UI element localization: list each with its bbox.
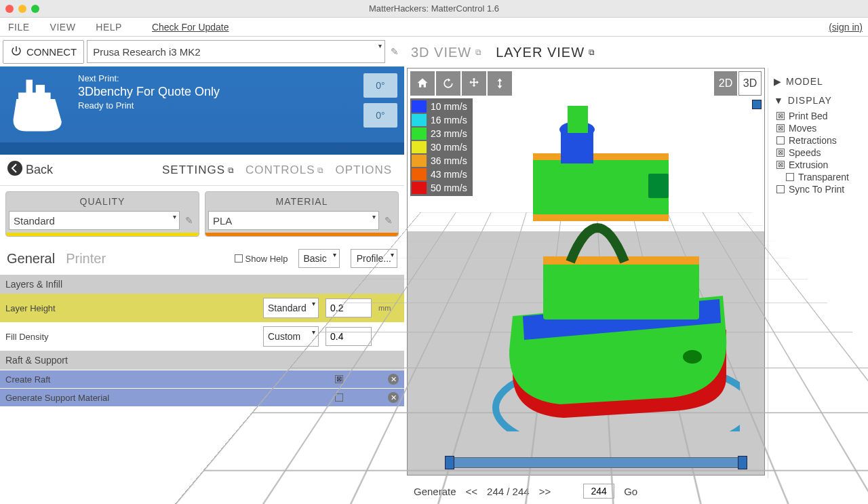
sign-in-link[interactable]: (sign in) bbox=[829, 22, 863, 33]
extruder-temp[interactable]: 0° bbox=[363, 73, 397, 98]
edit-printer-icon[interactable]: ✎ bbox=[388, 46, 401, 57]
legend-label: 16 mm/s bbox=[431, 115, 467, 125]
tab-options[interactable]: OPTIONS bbox=[335, 163, 392, 177]
pan-view-icon[interactable] bbox=[462, 71, 486, 96]
legend-row: 10 mm/s bbox=[412, 100, 471, 113]
next-print-label: Next Print: bbox=[78, 73, 357, 83]
tab-layer-view[interactable]: LAYER VIEW⧉ bbox=[496, 45, 595, 60]
legend-swatch bbox=[412, 114, 427, 126]
legend-label: 36 mm/s bbox=[431, 155, 467, 166]
legend-swatch bbox=[412, 100, 427, 113]
checkbox-icon[interactable] bbox=[786, 173, 794, 181]
menu-help[interactable]: HELP bbox=[93, 22, 125, 33]
fill-density-label: Fill Density bbox=[5, 332, 256, 342]
checkbox-icon[interactable] bbox=[776, 185, 785, 193]
edit-quality-icon[interactable]: ✎ bbox=[182, 215, 196, 226]
check-for-update-link[interactable]: Check For Update bbox=[152, 22, 229, 33]
printer-selected: Prusa Research i3 MK2 bbox=[93, 46, 200, 58]
legend-row: 23 mm/s bbox=[412, 127, 471, 140]
legend-row: 50 mm/s bbox=[412, 181, 471, 195]
close-window-icon[interactable] bbox=[5, 5, 14, 13]
legend-label: 43 mm/s bbox=[431, 169, 467, 180]
tab-settings[interactable]: SETTINGS⧉ bbox=[162, 163, 235, 177]
legend-row: 16 mm/s bbox=[412, 113, 471, 127]
tab-3d-view[interactable]: 3D VIEW⧉ bbox=[411, 45, 482, 60]
checkbox-icon[interactable] bbox=[776, 136, 785, 144]
popout-icon: ⧉ bbox=[228, 166, 235, 175]
legend-row: 43 mm/s bbox=[412, 168, 471, 181]
display-option-label: Retractions bbox=[789, 135, 837, 146]
chevron-down-icon: ▾ bbox=[378, 42, 382, 50]
back-arrow-icon bbox=[7, 160, 23, 180]
display-option-label: Print Bed bbox=[789, 111, 828, 121]
connect-button[interactable]: CONNECT bbox=[3, 40, 84, 64]
mode-2d-button[interactable]: 2D bbox=[714, 71, 737, 96]
legend-swatch bbox=[412, 128, 427, 140]
menubar: FILE VIEW HELP Check For Update (sign in… bbox=[0, 18, 868, 37]
panel-model-header[interactable]: ▶MODEL bbox=[771, 72, 865, 91]
layer-range-slider[interactable] bbox=[448, 457, 744, 468]
svg-rect-0 bbox=[26, 80, 33, 94]
legend-swatch bbox=[412, 182, 427, 194]
legend-label: 50 mm/s bbox=[431, 182, 467, 193]
layer-vertical-slider[interactable] bbox=[753, 100, 760, 454]
checkbox-icon[interactable]: ⊠ bbox=[776, 161, 785, 169]
bed-temp[interactable]: 0° bbox=[363, 103, 397, 128]
subtab-general[interactable]: General bbox=[7, 251, 55, 267]
print-title: 3Dbenchy For Quote Only bbox=[78, 85, 357, 99]
layer-height-label: Layer Height bbox=[5, 303, 256, 313]
edit-material-icon[interactable]: ✎ bbox=[382, 215, 395, 226]
right-pane: 3D VIEW⧉ LAYER VIEW⧉ bbox=[404, 37, 868, 504]
checkbox-icon[interactable]: ⊠ bbox=[776, 149, 785, 157]
material-box: MATERIAL PLA▾ ✎ bbox=[205, 191, 399, 237]
mode-3d-button[interactable]: 3D bbox=[738, 71, 762, 96]
popout-icon: ⧉ bbox=[589, 47, 595, 57]
display-option-label: Extrusion bbox=[789, 159, 828, 170]
quality-box: QUALITY Standard▾ ✎ bbox=[5, 191, 199, 237]
zoom-view-icon[interactable] bbox=[488, 71, 512, 96]
back-label: Back bbox=[26, 163, 53, 177]
quality-select[interactable]: Standard▾ bbox=[9, 211, 180, 230]
material-select[interactable]: PLA▾ bbox=[208, 211, 379, 230]
display-option[interactable]: ⊠Moves bbox=[776, 122, 865, 134]
window-controls bbox=[5, 5, 39, 13]
display-option[interactable]: Retractions bbox=[776, 134, 865, 147]
display-option-label: Sync To Print bbox=[789, 184, 844, 195]
subtab-printer[interactable]: Printer bbox=[66, 251, 106, 267]
maximize-window-icon[interactable] bbox=[31, 5, 39, 13]
legend-label: 30 mm/s bbox=[431, 142, 467, 153]
display-option-label: Moves bbox=[789, 123, 816, 134]
view-toolbar bbox=[410, 71, 512, 96]
chevron-down-icon: ▼ bbox=[774, 95, 784, 106]
display-option[interactable]: Sync To Print bbox=[776, 183, 865, 195]
detail-level-select[interactable]: Basic▾ bbox=[298, 249, 339, 268]
legend-row: 30 mm/s bbox=[412, 140, 471, 154]
material-label: MATERIAL bbox=[208, 195, 395, 211]
display-option[interactable]: ⊠Speeds bbox=[776, 147, 865, 159]
layer-view-viewport[interactable]: 2D 3D 10 mm/s16 mm/s23 mm/s30 mm/s36 mm/… bbox=[407, 68, 765, 476]
rotate-view-icon[interactable] bbox=[436, 71, 460, 96]
minimize-window-icon[interactable] bbox=[18, 5, 26, 13]
legend-swatch bbox=[412, 155, 427, 167]
legend-swatch bbox=[412, 141, 427, 153]
printer-select[interactable]: Prusa Research i3 MK2 ▾ bbox=[87, 40, 385, 63]
home-view-icon[interactable] bbox=[410, 71, 435, 96]
display-option[interactable]: Transparent bbox=[776, 171, 865, 183]
back-button[interactable]: Back bbox=[7, 160, 53, 180]
checkbox-icon[interactable]: ⊠ bbox=[776, 112, 785, 120]
section-layers-infill: Layers & Infill bbox=[0, 275, 404, 294]
connect-label: CONNECT bbox=[26, 46, 77, 58]
show-help-checkbox[interactable]: Show Help bbox=[235, 254, 288, 264]
tab-controls[interactable]: CONTROLS⧉ bbox=[245, 163, 324, 177]
menu-view[interactable]: VIEW bbox=[47, 22, 79, 33]
display-option[interactable]: ⊠Extrusion bbox=[776, 159, 865, 171]
checkbox-icon[interactable]: ⊠ bbox=[776, 124, 785, 132]
menu-file[interactable]: FILE bbox=[5, 22, 33, 33]
quality-label: QUALITY bbox=[9, 195, 196, 211]
speed-legend: 10 mm/s16 mm/s23 mm/s30 mm/s36 mm/s43 mm… bbox=[410, 98, 473, 196]
panel-display-header[interactable]: ▼DISPLAY bbox=[771, 91, 865, 110]
layer-height-preset[interactable]: Standard▾ bbox=[263, 298, 319, 318]
window-title: MatterHackers: MatterControl 1.6 bbox=[369, 3, 499, 14]
legend-row: 36 mm/s bbox=[412, 154, 471, 168]
display-option[interactable]: ⊠Print Bed bbox=[776, 110, 865, 122]
